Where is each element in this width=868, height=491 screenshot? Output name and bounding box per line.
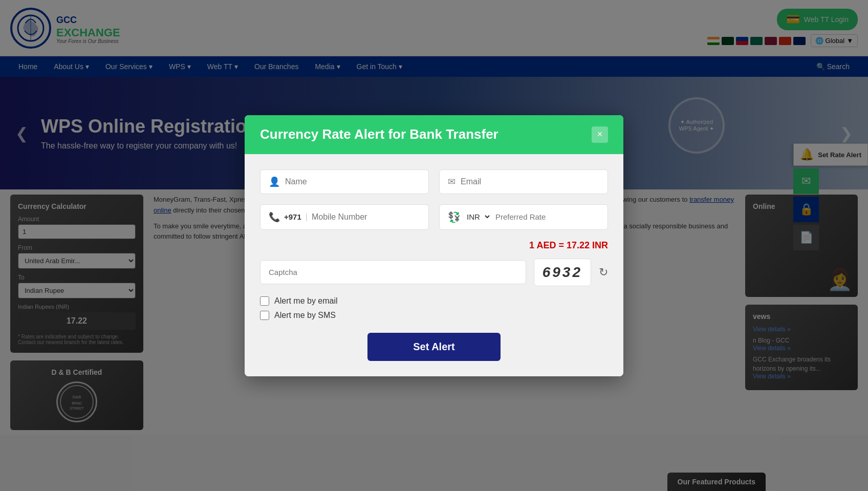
currency-rate-wrap: 💱 INR PKR PHP BDT LKR CNY GBP <box>439 204 608 230</box>
modal-overlay: Currency Rate Alert for Bank Transfer × … <box>0 0 868 491</box>
phone-input[interactable] <box>312 212 420 222</box>
email-icon: ✉ <box>448 176 455 187</box>
modal-row-1: 👤 ✉ <box>260 169 608 194</box>
captcha-refresh-button[interactable]: ↻ <box>599 266 608 279</box>
captcha-code: 6932 <box>542 264 582 281</box>
set-alert-button[interactable]: Set Alert <box>367 333 501 361</box>
captcha-display: 6932 <box>534 259 591 286</box>
email-input[interactable] <box>461 177 599 186</box>
alert-email-label: Alert me by email <box>274 296 338 306</box>
checkbox-row: Alert me by email Alert me by SMS <box>260 296 608 320</box>
alert-email-checkbox[interactable] <box>260 296 269 306</box>
alert-email-checkbox-wrap: Alert me by email <box>260 296 608 306</box>
captcha-input[interactable] <box>260 260 526 284</box>
person-icon: 👤 <box>269 176 280 187</box>
exchange-rate-display: 1 AED = 17.22 INR <box>260 240 608 251</box>
phone-field-wrap: 📞 +971 | <box>260 204 429 230</box>
phone-code: +971 <box>284 212 301 221</box>
currency-icon: 💱 <box>448 211 461 223</box>
modal-body: 👤 ✉ 📞 +971 | 💱 <box>245 154 623 376</box>
modal-row-2: 📞 +971 | 💱 INR PKR PHP BDT LKR CNY GBP <box>260 204 608 230</box>
currency-select[interactable]: INR PKR PHP BDT LKR CNY GBP <box>465 212 491 222</box>
email-field-wrap: ✉ <box>439 169 608 194</box>
modal-header: Currency Rate Alert for Bank Transfer × <box>245 115 623 154</box>
phone-icon: 📞 <box>269 211 280 223</box>
name-input[interactable] <box>285 177 420 186</box>
modal-title: Currency Rate Alert for Bank Transfer <box>260 126 498 142</box>
modal-close-button[interactable]: × <box>592 126 608 143</box>
preferred-rate-input[interactable] <box>495 212 599 221</box>
name-field-wrap: 👤 <box>260 169 429 194</box>
alert-sms-label: Alert me by SMS <box>274 311 336 320</box>
currency-alert-modal: Currency Rate Alert for Bank Transfer × … <box>245 115 623 376</box>
alert-sms-checkbox-wrap: Alert me by SMS <box>260 311 608 320</box>
alert-sms-checkbox[interactable] <box>260 311 269 320</box>
captcha-row: 6932 ↻ <box>260 259 608 286</box>
